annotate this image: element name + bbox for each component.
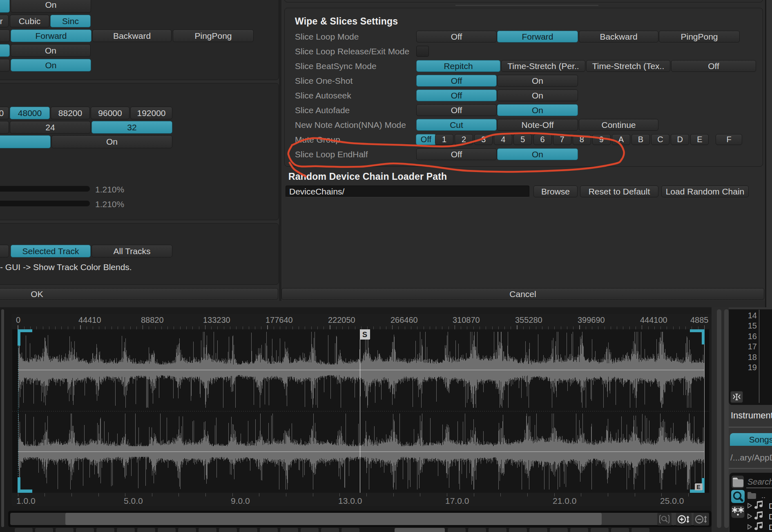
svg-text:88820: 88820 <box>141 315 164 324</box>
svg-text:S: S <box>362 331 367 339</box>
svg-text:133230: 133230 <box>203 315 230 324</box>
svg-text:9.0.0: 9.0.0 <box>231 496 250 505</box>
svg-text:21.0.0: 21.0.0 <box>553 496 576 505</box>
svg-text:17.0.0: 17.0.0 <box>445 496 469 505</box>
svg-text:5.0.0: 5.0.0 <box>124 496 143 505</box>
svg-text:1.0.0: 1.0.0 <box>16 496 36 505</box>
svg-text:25.0.0: 25.0.0 <box>660 496 684 505</box>
svg-text:0: 0 <box>16 315 20 324</box>
svg-text:266460: 266460 <box>390 315 418 324</box>
svg-text:222050: 222050 <box>328 315 355 324</box>
svg-text:399690: 399690 <box>578 315 605 324</box>
svg-text:355280: 355280 <box>515 315 542 324</box>
svg-text:177640: 177640 <box>266 315 293 324</box>
svg-text:E: E <box>696 484 700 490</box>
svg-text:4885: 4885 <box>690 315 709 324</box>
svg-text:310870: 310870 <box>453 315 480 324</box>
svg-text:44410: 44410 <box>78 315 101 324</box>
svg-text:444100: 444100 <box>640 315 667 324</box>
svg-text:13.0.0: 13.0.0 <box>338 496 362 505</box>
